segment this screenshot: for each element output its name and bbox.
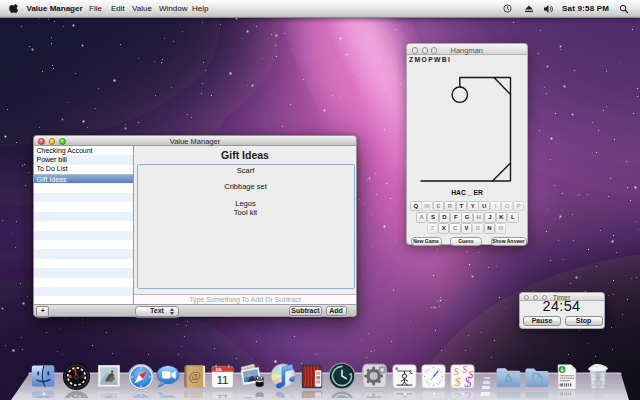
svg-text:A: A (395, 366, 398, 371)
svg-text:11: 11 (216, 373, 228, 386)
svg-text:↩: ↩ (409, 371, 412, 376)
svg-text:$: $ (464, 374, 472, 389)
svg-text:JUL: JUL (215, 368, 223, 372)
svg-text:@: @ (189, 368, 201, 383)
svg-text:$: $ (454, 374, 461, 389)
